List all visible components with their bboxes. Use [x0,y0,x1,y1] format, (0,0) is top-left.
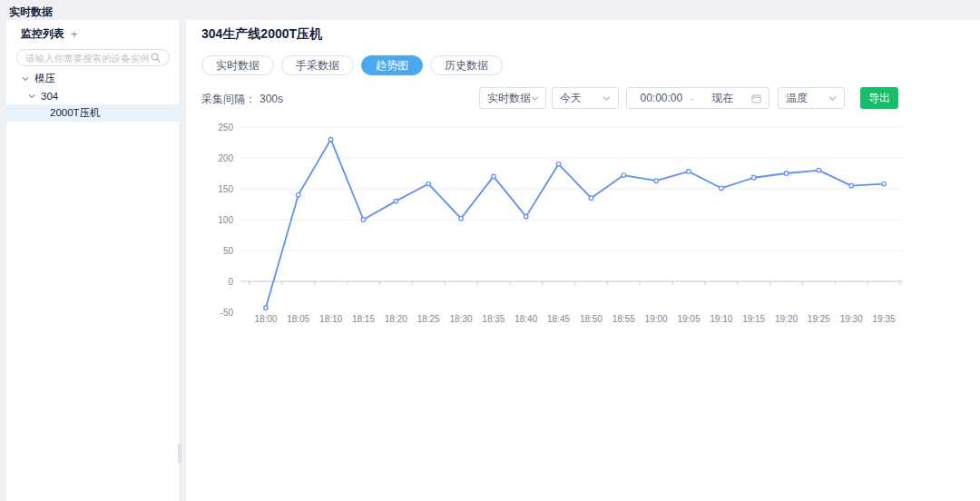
chart-y-tick-label: 100 [218,215,233,225]
main-panel: 304生产线2000T压机 实时数据 手采数据 趋势图 历史数据 采集间隔：30… [186,20,980,501]
chart-data-point [524,214,528,219]
tree-node-label: 模压 [34,72,55,85]
time-end-value: 现在 [695,91,750,106]
chart-data-point [556,162,561,167]
chart-x-tick-label: 18:05 [287,314,309,324]
search-input[interactable] [25,53,151,64]
tab-bar: 实时数据 手采数据 趋势图 历史数据 [201,55,503,75]
device-tree: 模压 304 2000T压机 [6,70,179,122]
tree-node-label: 304 [41,91,58,102]
chart-x-tick-label: 18:10 [319,314,342,324]
device-title: 304生产线2000T压机 [201,26,322,43]
export-button[interactable]: 导出 [860,87,898,109]
search-icon [151,53,161,63]
day-select-value: 今天 [560,91,582,106]
add-monitor-icon[interactable]: + [71,28,78,40]
chart-x-tick-label: 19:10 [710,314,732,324]
chart-x-tick-label: 18:45 [547,314,570,324]
caret-down-icon[interactable] [22,75,29,83]
data-source-select[interactable]: 实时数据 [479,87,546,109]
interval-label: 采集间隔： [201,93,256,105]
tree-node-2000t-press[interactable]: 2000T压机 [6,104,179,122]
chart-data-point [394,199,398,203]
metric-select-value: 温度 [786,91,808,106]
trend-chart-area: 250200150100500-5018:0018:0518:1018:1518… [209,121,926,334]
chart-x-tick-label: 19:05 [677,314,700,324]
metric-select[interactable]: 温度 [778,87,845,109]
tab-manual-data[interactable]: 手采数据 [281,55,354,75]
chart-y-tick-label: 150 [218,184,233,194]
chart-data-point [492,174,496,179]
tree-node-label: 2000T压机 [50,106,101,120]
chart-data-point [622,173,626,178]
chart-data-point [687,170,691,174]
calendar-icon [751,93,761,103]
chart-data-point [720,186,724,191]
time-range-separator: - [691,93,694,103]
chart-x-tick-label: 19:25 [808,314,830,324]
chart-data-point [784,172,789,176]
device-search-box[interactable] [16,49,170,66]
toolbar-controls: 实时数据 今天 00:00:00 - 现在 温度 [479,87,898,109]
chevron-down-icon [603,94,611,103]
interval-value: 300s [260,93,283,105]
chart-y-tick-label: 200 [218,153,233,163]
chart-data-point [882,182,887,186]
tree-node-304[interactable]: 304 [6,87,179,104]
chart-x-tick-label: 19:00 [645,314,668,324]
tree-node-mold[interactable]: 模压 [6,70,179,87]
monitor-list-title: 监控列表 [21,26,64,42]
chart-x-tick-label: 18:55 [612,314,635,324]
chart-data-point [751,175,756,180]
chart-data-point [589,196,593,201]
chart-data-point [849,183,854,188]
chart-y-tick-label: 250 [218,123,233,133]
chart-x-tick-label: 18:30 [450,314,473,324]
trend-chart: 250200150100500-5018:0018:0518:1018:1518… [209,121,926,334]
chart-data-point [817,168,821,172]
chart-data-point [459,216,464,221]
chart-toolbar: 采集间隔：300s 实时数据 今天 00:00:00 - 现在 [201,87,980,109]
page-title: 实时数据 [9,5,53,20]
chart-data-point [426,182,431,186]
chart-x-tick-label: 19:20 [775,314,798,324]
day-select[interactable]: 今天 [552,87,619,109]
chart-x-tick-label: 18:20 [385,314,407,324]
chart-data-point [296,193,300,198]
chart-x-tick-label: 18:00 [254,314,277,324]
caret-down-icon[interactable] [28,93,35,100]
chart-data-point [361,218,366,222]
chart-x-tick-label: 18:40 [514,314,537,324]
chart-data-point [654,179,659,183]
time-start-value: 00:00:00 [634,92,689,104]
sidebar-scrollbar-thumb[interactable] [178,444,181,464]
chart-y-tick-label: 50 [223,246,234,256]
chart-x-tick-label: 18:35 [482,314,505,324]
chart-x-tick-label: 18:15 [352,314,375,324]
collection-interval: 采集间隔：300s [201,92,283,107]
data-source-value: 实时数据 [487,91,531,106]
chart-x-tick-label: 19:35 [873,314,896,324]
sidebar: 监控列表 + 模压 304 2000T压机 [6,20,179,501]
tab-history-data[interactable]: 历史数据 [430,55,503,75]
chevron-down-icon [828,94,837,103]
tab-trend-chart[interactable]: 趋势图 [361,55,423,75]
chart-y-tick-label: 0 [228,277,233,287]
time-range-picker[interactable]: 00:00:00 - 现在 [626,87,769,109]
chevron-down-icon [531,94,539,103]
chart-x-tick-label: 19:30 [840,314,863,324]
chart-x-tick-label: 19:15 [742,314,765,324]
chart-y-tick-label: -50 [220,308,234,318]
tab-realtime-data[interactable]: 实时数据 [201,55,274,75]
monitor-list-header: 监控列表 + [6,20,179,45]
chart-x-tick-label: 18:50 [580,314,603,324]
chart-x-tick-label: 18:25 [417,314,440,324]
chart-data-point [328,137,333,142]
chart-data-point [264,306,269,310]
